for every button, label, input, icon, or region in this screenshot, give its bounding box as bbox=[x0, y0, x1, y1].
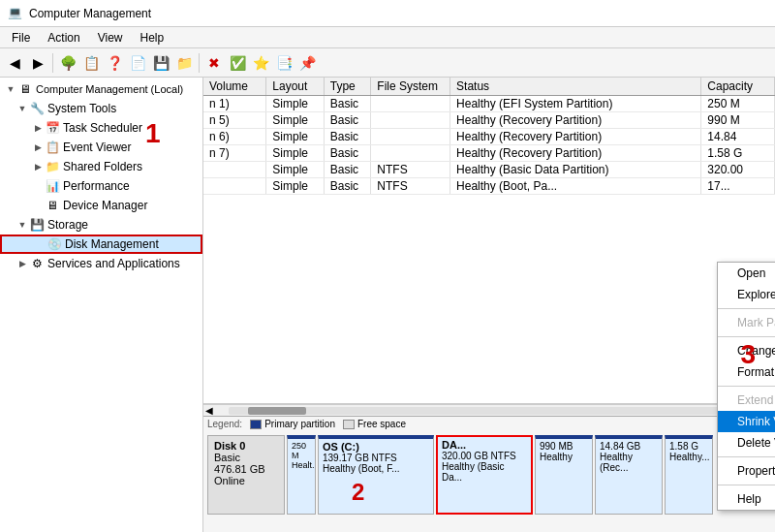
table-row[interactable]: n 7) Simple Basic Healthy (Recovery Part… bbox=[203, 145, 775, 162]
context-menu: OpenExploreMark Partition as ActiveChang… bbox=[717, 262, 775, 511]
toolbar-back[interactable]: ◀ bbox=[4, 52, 25, 74]
toolbar-btn2[interactable]: 📋 bbox=[80, 52, 102, 74]
menu-help[interactable]: Help bbox=[133, 29, 172, 47]
ctx-item-delete-volume[interactable]: Delete Volume… bbox=[718, 432, 775, 454]
toolbar-btn5[interactable]: 💾 bbox=[150, 52, 171, 74]
app-icon: 💻 bbox=[8, 6, 23, 21]
part1-size: 250 M bbox=[292, 441, 311, 460]
sidebar-label-event-viewer: Event Viewer bbox=[63, 141, 131, 154]
table-row[interactable]: n 6) Simple Basic Healthy (Recovery Part… bbox=[203, 129, 775, 145]
ctx-item-shrink-volume[interactable]: Shrink Volume… bbox=[718, 411, 775, 432]
volume-table: Volume Layout Type File System Status Ca… bbox=[203, 78, 775, 195]
ctx-item-help[interactable]: Help bbox=[718, 488, 775, 510]
cell-fs bbox=[371, 96, 450, 112]
disk-management-icon: 💿 bbox=[46, 236, 62, 252]
ctx-item-extend-volume: Extend Volume… bbox=[718, 390, 775, 411]
toolbar-btn9[interactable]: 📑 bbox=[273, 52, 294, 74]
table-row[interactable]: n 5) Simple Basic Healthy (Recovery Part… bbox=[203, 112, 775, 129]
ctx-separator bbox=[718, 456, 775, 457]
toolbar-btn10[interactable]: 📌 bbox=[296, 52, 318, 74]
sidebar-item-device-manager[interactable]: 🖥 Device Manager bbox=[0, 196, 202, 215]
sidebar-item-computer-mgmt-local[interactable]: ▼ 🖥 Computer Management (Local) bbox=[0, 79, 202, 99]
ctx-separator bbox=[718, 386, 775, 387]
cell-status: Healthy (Recovery Partition) bbox=[450, 145, 701, 162]
disk0-status: Online bbox=[214, 475, 278, 486]
sidebar-item-event-viewer[interactable]: ▶ 📋 Event Viewer bbox=[0, 138, 202, 157]
legend-text-primary: Primary partition bbox=[264, 419, 335, 429]
disk-area: Legend: Primary partition Free space Dis… bbox=[203, 416, 775, 532]
toolbar-delete[interactable]: ✖ bbox=[203, 52, 225, 74]
scroll-left-arrow[interactable]: ◀ bbox=[203, 405, 215, 416]
table-area[interactable]: Volume Layout Type File System Status Ca… bbox=[203, 78, 775, 404]
menu-file[interactable]: File bbox=[4, 29, 38, 47]
cell-capacity: 990 M bbox=[701, 112, 775, 129]
toolbar-forward[interactable]: ▶ bbox=[27, 52, 48, 74]
cell-status: Healthy (Basic Data Partition) bbox=[450, 162, 701, 178]
part6-status: Healthy... bbox=[669, 452, 708, 462]
ctx-item-explore[interactable]: Explore bbox=[718, 284, 775, 305]
system-tools-icon: 🔧 bbox=[29, 101, 45, 116]
ctx-item-change-letter[interactable]: Change Drive Letter and Paths… bbox=[718, 340, 775, 361]
storage-icon: 💾 bbox=[29, 217, 45, 233]
menu-view[interactable]: View bbox=[90, 29, 131, 47]
cell-type: Basic bbox=[324, 129, 371, 145]
sidebar-item-services-apps[interactable]: ▶ ⚙ Services and Applications bbox=[0, 254, 202, 273]
cell-layout: Simple bbox=[266, 145, 324, 162]
computer-icon: 🖥 bbox=[17, 81, 33, 97]
disk0-part6[interactable]: 1.58 G Healthy... bbox=[665, 435, 713, 515]
part3-size: 320.00 GB NTFS bbox=[442, 451, 527, 461]
sidebar-item-task-scheduler[interactable]: ▶ 📅 Task Scheduler bbox=[0, 118, 202, 138]
cell-status: Healthy (EFI System Partition) bbox=[450, 96, 701, 112]
sidebar-label-storage: Storage bbox=[47, 218, 88, 232]
menu-action[interactable]: Action bbox=[40, 29, 87, 47]
disk-row-0: Disk 0 Basic 476.81 GB Online 250 M Heal… bbox=[203, 431, 775, 518]
sidebar-item-system-tools[interactable]: ▼ 🔧 System Tools bbox=[0, 99, 202, 118]
cell-type: Basic bbox=[324, 178, 371, 195]
cell-fs bbox=[371, 112, 450, 129]
tree-arrow-services: ▶ bbox=[16, 259, 29, 268]
sidebar-item-disk-management[interactable]: 💿 Disk Management bbox=[0, 235, 202, 254]
toolbar: ◀ ▶ 🌳 📋 ❓ 📄 💾 📁 ✖ ✅ ⭐ 📑 📌 bbox=[0, 48, 775, 78]
sidebar-item-storage[interactable]: ▼ 💾 Storage bbox=[0, 215, 202, 235]
sidebar-item-performance[interactable]: 📊 Performance bbox=[0, 176, 202, 196]
disk0-part5[interactable]: 14.84 GB Healthy (Rec... bbox=[595, 435, 663, 515]
disk0-name: Disk 0 bbox=[214, 440, 278, 452]
sidebar-item-shared-folders[interactable]: ▶ 📁 Shared Folders bbox=[0, 157, 202, 176]
cell-fs: NTFS bbox=[371, 162, 450, 178]
disk0-part1[interactable]: 250 M Healt... bbox=[287, 435, 316, 515]
title-bar: 💻 Computer Management bbox=[0, 0, 775, 27]
legend-color-free bbox=[343, 420, 355, 429]
ctx-item-open[interactable]: Open bbox=[718, 263, 775, 284]
tree-arrow-event: ▶ bbox=[31, 142, 45, 152]
toolbar-btn6[interactable]: 📁 bbox=[173, 52, 195, 74]
disk0-part4[interactable]: 990 MB Healthy bbox=[535, 435, 593, 515]
sidebar-label-shared-folders: Shared Folders bbox=[63, 160, 142, 173]
col-header-status: Status bbox=[450, 78, 701, 96]
disk0-part2[interactable]: OS (C:) 139.17 GB NTFS Healthy (Boot, F.… bbox=[318, 435, 434, 515]
menu-bar: File Action View Help bbox=[0, 27, 775, 48]
cell-fs bbox=[371, 145, 450, 162]
table-row[interactable]: Simple Basic NTFS Healthy (Boot, Pa... 1… bbox=[203, 178, 775, 195]
content-area: Volume Layout Type File System Status Ca… bbox=[203, 78, 775, 532]
part2-size: 139.17 GB NTFS bbox=[323, 453, 429, 463]
horizontal-scrollbar[interactable]: ◀ ▶ bbox=[203, 404, 775, 416]
ctx-item-format[interactable]: Format… bbox=[718, 361, 775, 383]
disk0-part3[interactable]: DA... 320.00 GB NTFS Healthy (Basic Da..… bbox=[436, 435, 533, 515]
table-row[interactable]: Simple Basic NTFS Healthy (Basic Data Pa… bbox=[203, 162, 775, 178]
cell-layout: Simple bbox=[266, 129, 324, 145]
disk0-size: 476.81 GB bbox=[214, 463, 278, 475]
cell-volume: n 7) bbox=[203, 145, 266, 162]
toolbar-btn1[interactable]: 🌳 bbox=[57, 52, 78, 74]
scroll-track[interactable] bbox=[229, 407, 750, 415]
toolbar-btn7[interactable]: ✅ bbox=[227, 52, 248, 74]
performance-icon: 📊 bbox=[45, 178, 60, 194]
toolbar-btn3[interactable]: ❓ bbox=[104, 52, 125, 74]
toolbar-sep1 bbox=[52, 53, 53, 73]
table-row[interactable]: n 1) Simple Basic Healthy (EFI System Pa… bbox=[203, 96, 775, 112]
ctx-item-properties[interactable]: Properties bbox=[718, 460, 775, 482]
ctx-item-mark-active: Mark Partition as Active bbox=[718, 312, 775, 333]
toolbar-btn4[interactable]: 📄 bbox=[127, 52, 148, 74]
toolbar-btn8[interactable]: ⭐ bbox=[250, 52, 271, 74]
scroll-thumb[interactable] bbox=[248, 407, 306, 415]
cell-fs: NTFS bbox=[371, 178, 450, 195]
